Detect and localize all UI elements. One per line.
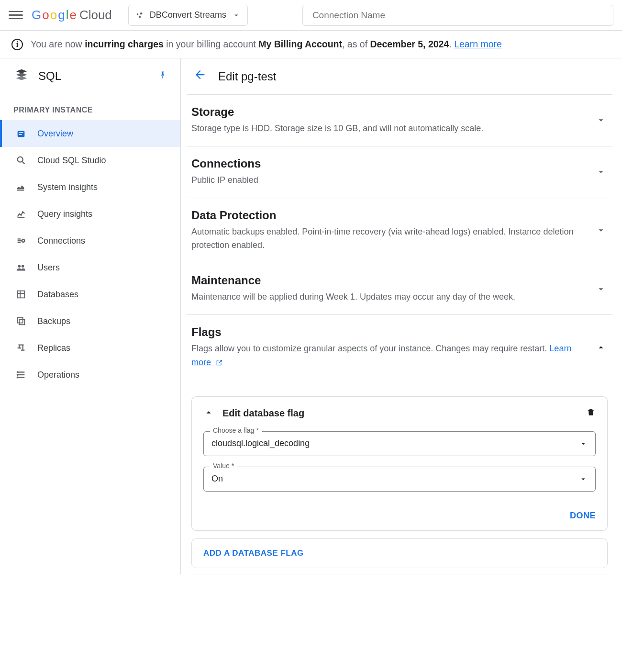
chevron-up-icon[interactable] [203,407,214,420]
svg-point-10 [22,239,25,242]
sidebar-item-cloud-sql-studio[interactable]: Cloud SQL Studio [0,147,180,174]
project-icon [135,11,144,20]
value-value: On [211,474,223,484]
sidebar-item-label: Overview [37,129,73,139]
choose-flag-value: cloudsql.logical_decoding [211,438,310,448]
sidebar: SQL PRIMARY INSTANCE Overview Cloud SQL … [0,58,181,574]
section-desc: Public IP enabled [191,173,587,187]
section-title: Data Protection [191,209,587,222]
pin-icon[interactable] [158,71,167,82]
sidebar-item-connections[interactable]: Connections [0,227,180,254]
sidebar-item-databases[interactable]: Databases [0,281,180,308]
notice-learn-more[interactable]: Learn more [454,39,502,49]
chevron-down-icon[interactable] [594,113,608,127]
svg-point-0 [136,13,138,15]
field-label: Value * [210,462,237,470]
sidebar-item-overview[interactable]: Overview [0,120,180,147]
chevron-down-icon[interactable] [594,224,608,237]
external-link-icon [215,359,223,367]
chevron-down-icon[interactable] [594,165,608,179]
system-insights-icon [15,181,27,193]
svg-rect-17 [19,319,24,325]
back-arrow[interactable] [193,68,207,85]
svg-rect-13 [18,291,25,298]
sql-service-icon [13,68,30,84]
connections-icon [15,235,27,246]
dropdown-icon [579,439,588,448]
sidebar-item-users[interactable]: Users [0,254,180,281]
svg-point-11 [18,265,21,268]
billing-notice: i You are now incurring charges in your … [0,31,622,58]
notice-text: You are now incurring charges in your bi… [31,39,502,50]
section-title: Connections [191,157,587,170]
service-title: SQL [38,69,150,83]
section-maintenance[interactable]: Maintenance Maintenance will be applied … [187,263,612,315]
svg-line-7 [22,162,25,164]
value-field[interactable]: Value * On [203,467,596,492]
sidebar-item-label: Connections [37,236,85,246]
svg-point-12 [22,265,24,268]
section-title: Storage [191,105,587,119]
sidebar-item-label: System insights [37,182,98,192]
sidebar-item-system-insights[interactable]: System insights [0,174,180,201]
edit-flag-card: Edit database flag Choose a flag * cloud… [191,396,608,531]
chevron-up-icon[interactable] [594,341,608,354]
svg-rect-4 [19,132,23,133]
section-connections[interactable]: Connections Public IP enabled [187,146,612,198]
project-picker[interactable]: DBConvert Streams [128,5,248,26]
add-database-flag-button[interactable]: ADD A DATABASE FLAG [203,549,304,558]
svg-point-1 [140,12,143,15]
sidebar-item-replicas[interactable]: Replicas [0,335,180,361]
sidebar-item-backups[interactable]: Backups [0,308,180,335]
page-title: Edit pg-test [218,70,276,83]
section-desc: Maintenance will be applied during Week … [191,290,587,304]
google-cloud-logo[interactable]: Google Cloud [32,8,112,22]
svg-point-22 [17,374,18,375]
section-storage[interactable]: Storage Storage type is HDD. Storage siz… [187,95,612,146]
sidebar-item-label: Users [37,263,60,273]
svg-rect-5 [19,134,22,135]
section-desc: Storage type is HDD. Storage size is 10 … [191,122,587,135]
svg-rect-8 [17,190,24,191]
users-icon [15,262,27,273]
search-icon [15,155,27,166]
project-name: DBConvert Streams [150,10,226,20]
sidebar-section-label: PRIMARY INSTANCE [0,94,180,120]
svg-point-2 [139,15,141,18]
svg-rect-16 [18,318,23,323]
query-insights-icon [15,208,27,220]
replicas-icon [15,342,27,354]
overview-icon [15,128,27,139]
sidebar-item-operations[interactable]: Operations [0,361,180,388]
chevron-down-icon [232,11,241,20]
operations-icon [15,369,27,381]
sidebar-item-label: Backups [37,316,70,326]
choose-flag-field[interactable]: Choose a flag * cloudsql.logical_decodin… [203,431,596,456]
sidebar-item-label: Replicas [37,343,70,353]
chevron-down-icon[interactable] [594,282,608,296]
flag-card-title: Edit database flag [222,408,578,419]
svg-point-21 [17,372,18,373]
field-label: Choose a flag * [210,426,262,434]
section-data-protection[interactable]: Data Protection Automatic backups enable… [187,198,612,264]
search-input[interactable] [302,5,613,26]
done-button[interactable]: DONE [570,511,596,521]
info-icon: i [11,39,23,50]
backups-icon [15,315,27,327]
section-desc: Automatic backups enabled. Point-in-time… [191,225,587,253]
section-title: Maintenance [191,274,587,287]
svg-point-23 [17,377,18,378]
section-desc: Flags allow you to customize granular as… [191,342,587,370]
section-flags[interactable]: Flags Flags allow you to customize granu… [187,315,612,380]
svg-point-6 [18,157,23,162]
sidebar-item-label: Databases [37,290,78,300]
dropdown-icon [579,475,588,483]
sidebar-item-label: Cloud SQL Studio [37,156,106,166]
sidebar-item-query-insights[interactable]: Query insights [0,201,180,227]
section-title: Flags [191,325,587,339]
menu-button[interactable] [9,8,23,22]
trash-icon[interactable] [586,407,596,420]
add-flag-card: ADD A DATABASE FLAG [191,538,608,568]
sidebar-item-label: Query insights [37,209,92,219]
databases-icon [15,289,27,300]
